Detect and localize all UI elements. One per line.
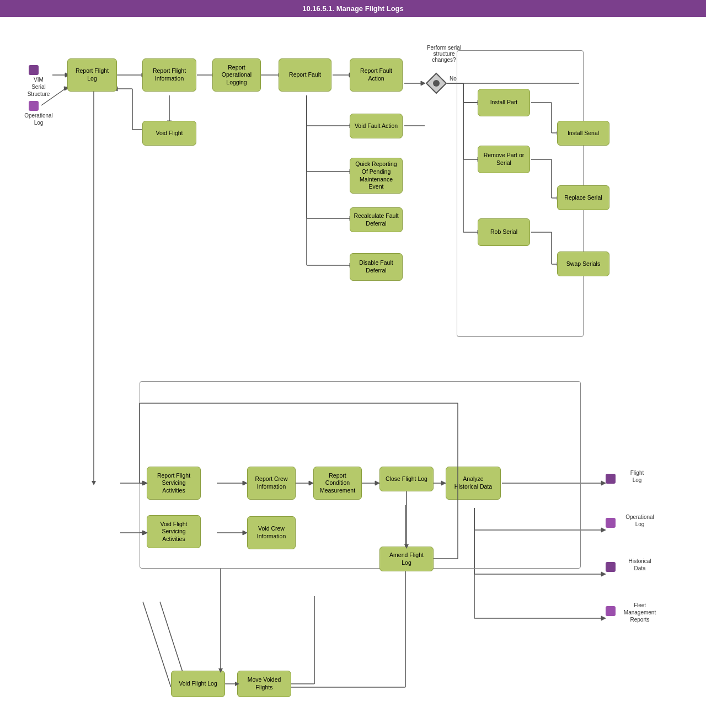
report-crew-information-node[interactable]: Report CrewInformation (247, 467, 296, 500)
void-flight-node[interactable]: Void Flight (142, 121, 196, 146)
report-flight-servicing-node[interactable]: Report FlightServicingActivities (147, 467, 201, 500)
move-voided-flights-node[interactable]: Move VoidedFlights (237, 671, 291, 697)
install-part-node[interactable]: Install Part (478, 89, 530, 116)
svg-marker-69 (601, 481, 606, 485)
amend-flight-log-node[interactable]: Amend FlightLog (379, 547, 434, 571)
void-flight-servicing-node[interactable]: Void FlightServicingActivities (147, 515, 201, 548)
operational-log-label: OperationalLog (22, 112, 55, 126)
flight-log-out-icon (606, 474, 616, 484)
svg-marker-13 (421, 81, 425, 85)
fleet-management-icon (606, 606, 616, 616)
operational-log-out-icon (606, 518, 616, 528)
operational-log-out-label: OperationalLog (618, 513, 662, 528)
svg-line-86 (143, 602, 171, 687)
svg-marker-72 (601, 528, 606, 532)
swap-serials-node[interactable]: Swap Serials (557, 251, 609, 276)
quick-reporting-node[interactable]: Quick ReportingOf PendingMaintenanceEven… (350, 158, 403, 194)
report-fault-action-node[interactable]: Report FaultAction (350, 58, 403, 92)
fleet-management-label: FleetManagementReports (618, 602, 662, 623)
analyze-historical-data-node[interactable]: AnalyzeHistorical Data (446, 467, 501, 500)
svg-marker-110 (92, 481, 96, 485)
report-condition-measurement-node[interactable]: ReportConditionMeasurement (313, 467, 362, 500)
disable-fault-node[interactable]: Disable FaultDeferral (350, 253, 403, 281)
decision-diamond (425, 72, 447, 94)
void-flight-log-node[interactable]: Void Flight Log (171, 671, 225, 697)
vim-serial-icon (29, 65, 39, 75)
remove-part-serial-node[interactable]: Remove Part orSerial (478, 146, 530, 173)
rob-serial-node[interactable]: Rob Serial (478, 218, 530, 246)
diagram-area: VIMSerialStructure OperationalLog Perfor… (0, 17, 706, 728)
report-operational-logging-node[interactable]: ReportOperationalLogging (212, 58, 261, 92)
no-label: No (450, 76, 457, 82)
page-title: 10.16.5.1. Manage Flight Logs (0, 0, 706, 17)
replace-serial-node[interactable]: Replace Serial (557, 185, 609, 210)
flight-log-out-label: FlightLog (618, 469, 656, 484)
vim-serial-label: VIMSerialStructure (22, 76, 55, 98)
recalculate-fault-node[interactable]: Recalculate FaultDeferral (350, 207, 403, 232)
report-flight-information-node[interactable]: Report FlightInformation (142, 58, 196, 92)
svg-point-92 (433, 80, 440, 87)
void-crew-information-node[interactable]: Void CrewInformation (247, 516, 296, 549)
historical-data-label: HistoricalData (618, 558, 662, 572)
void-fault-action-node[interactable]: Void Fault Action (350, 114, 403, 138)
close-flight-log-node[interactable]: Close Flight Log (379, 467, 434, 491)
install-serial-node[interactable]: Install Serial (557, 121, 609, 146)
report-fault-node[interactable]: Report Fault (279, 58, 331, 92)
operational-log-icon (29, 101, 39, 111)
report-flight-log-node[interactable]: Report FlightLog (67, 58, 117, 92)
svg-marker-75 (601, 572, 606, 576)
svg-marker-78 (601, 616, 606, 620)
historical-data-icon (606, 562, 616, 572)
